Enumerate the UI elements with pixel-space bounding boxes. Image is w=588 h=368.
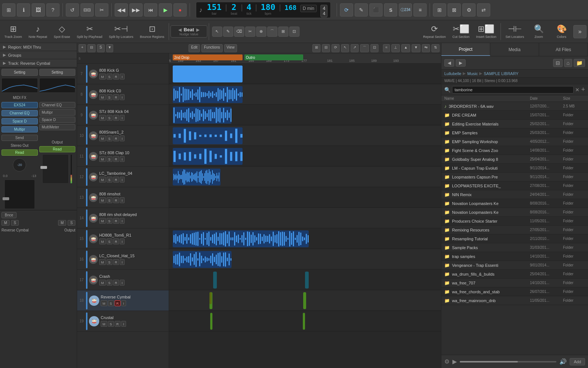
key-display[interactable]: D min [300,5,317,12]
note-repeat-tool[interactable]: ♪ Note Repeat [26,23,50,40]
glue-tool[interactable]: ⊕ [256,26,266,37]
file-row-dre_cream[interactable]: 📁DRE CREAM15/07/201...Folder [441,111,588,120]
track-row-9[interactable]: 9 🥁 STz 808 Kick 04 M S R I [77,105,169,125]
track-16-r-btn[interactable]: R [113,259,119,265]
track-17-r-btn[interactable]: R [113,280,119,286]
eraser-tool[interactable]: ⌫ [234,26,244,37]
track-14-r-btn[interactable]: R [113,218,119,224]
track-11-r-btn[interactable]: R [113,156,119,162]
vel-icon[interactable]: ⊥ [391,44,400,52]
track-row-14[interactable]: 14 🥁 808 rim shot delayed M S R I [77,208,169,229]
track-14-s-btn[interactable]: S [107,218,112,224]
link-icon[interactable]: ⊞ [312,44,320,52]
right-fader[interactable] [42,154,69,184]
track-header[interactable]: ▶ Track: Reverse Cymbal [0,59,77,67]
track-19-s-btn[interactable]: S [108,321,114,327]
track-9-m-btn[interactable]: M [99,115,106,121]
bnce-button[interactable]: Bnce [1,212,17,218]
list-button[interactable]: ≡ [413,3,427,17]
track-row-15[interactable]: 15 🥁 HD808_Tom6_R1 M S R I [77,229,169,249]
track-9-i-btn[interactable]: I [120,115,125,121]
play-button[interactable]: ▶ [159,3,172,17]
num-button[interactable]: ⓘ234 [399,3,412,17]
up-arrow[interactable]: ▲ [401,44,410,52]
file-row-emp_samples[interactable]: 📁EMP Samples25/03/201...Folder [441,128,588,137]
track-18-i-btn[interactable]: I [121,300,126,306]
track-9-r-btn[interactable]: R [113,115,119,121]
back-to-start-button[interactable]: ⏮ [144,3,157,17]
bottom-m-button[interactable]: M [1,220,10,226]
tab-media[interactable]: Media [490,43,539,56]
right-setting-button[interactable]: Setting [39,69,76,76]
zoom-tool[interactable]: 🔍 Zoom [528,23,550,40]
nav-back-button[interactable]: ◀ [444,59,454,67]
track-18-r-btn[interactable]: R [115,300,121,306]
expand-icon[interactable]: ⇆ [422,44,430,52]
track-17-s-btn[interactable]: S [107,280,112,286]
track-7-i-btn[interactable]: I [120,74,125,79]
file-browser[interactable]: ♪3RDORDRSTR - 6A.wav12/07/200...2.5 MB📁D… [441,102,588,355]
track-10-s-btn[interactable]: S [107,135,112,141]
help-button[interactable]: ? [46,3,60,17]
left-setting-button[interactable]: Setting [1,69,38,76]
multipr-btn[interactable]: Multipr [39,109,76,116]
file-row-novation_loopmasters[interactable]: 📁Novation Loopmasters Ke8/08/2016...Fold… [441,208,588,217]
scissors-button[interactable]: ✂ [95,3,108,17]
track-11-m-btn[interactable]: M [99,156,106,162]
track-10-i-btn[interactable]: I [120,135,125,141]
track-11-s-btn[interactable]: S [107,156,112,162]
volume-slider[interactable] [460,361,556,362]
space-d-button[interactable]: Space D [1,118,38,124]
volume-knob[interactable]: -20 [13,158,26,171]
track-10-r-btn[interactable]: R [113,135,119,141]
region-outro[interactable]: Outro [244,54,303,60]
exs24-button[interactable]: EXS24 [1,102,38,108]
bottom-s-button-2[interactable]: S [68,220,75,226]
h-expand-icon[interactable]: ⇅ [431,44,440,52]
read-button-left[interactable]: Read [1,149,38,156]
pointer2-icon[interactable]: ↗ [351,44,359,52]
copy-icon[interactable]: ⊟ [322,44,330,52]
cut-section-tool[interactable]: ✂⬜ Cut Section [449,23,473,40]
track-8-r-btn[interactable]: R [113,94,119,100]
file-row-wa_drum_fills_&_buil[interactable]: 📁wa_drum_fills_&_builds25/04/201...Folde… [441,270,588,279]
record-button[interactable]: ● [173,3,187,17]
sync-button[interactable]: ⟳ [340,3,353,17]
gain-icon[interactable]: ≈ [383,44,390,52]
undo-button[interactable]: ↺ [66,3,79,17]
info-button[interactable]: ℹ [17,3,30,17]
col-date-header[interactable]: Date [530,96,563,100]
functions-menu-button[interactable]: Functions [201,44,222,52]
bottom-settings-icon[interactable]: ⚙ [444,358,449,365]
bounce-regions-tool[interactable]: ⊡ Bounce Regions [137,23,167,40]
tab-all-files[interactable]: All Files [539,43,588,56]
file-row-producers_choice_sta[interactable]: 📁Producers Choice Starter11/05/201...Fol… [441,217,588,226]
repeat-section-tool[interactable]: ⟳ Repeat Section [420,23,449,40]
spot-erase-tool[interactable]: ◇ Spot Erase [51,23,73,40]
track-row-16[interactable]: 16 🥁 LC_Closed_Hat_15 M S R I [77,249,169,270]
track-18-m-btn[interactable]: M [101,300,107,306]
track-dropdown-button[interactable]: ▼ [106,44,114,52]
file-row-remixing_resources[interactable]: 📁Remixing Resources27/05/201...Folder [441,226,588,234]
track-zoom-tool[interactable]: ⊞ Track Zoom [1,23,25,40]
track-15-m-btn[interactable]: M [99,238,106,244]
fade2-icon[interactable]: ⌒ [360,44,369,52]
track-13-m-btn[interactable]: M [99,197,106,203]
clock-button[interactable]: ⊠ [448,3,461,17]
region-header[interactable]: ▶ Region: MIDI Thru [0,43,77,51]
track-16-s-btn[interactable]: S [107,259,112,265]
nudge-right-arrow[interactable]: ▶ [196,27,200,32]
track-12-r-btn[interactable]: R [113,177,119,183]
nav-list-view-button[interactable]: ⊟ [553,59,563,67]
loop-icon[interactable]: ⟳ [331,44,340,52]
track-7-m-btn[interactable]: M [99,74,106,79]
pointer-tool[interactable]: ↖ [212,26,222,37]
more-tools-button[interactable]: » [573,25,587,38]
file-row-vengeance_-_trap_ess[interactable]: 📁Vengeance - Trap Essenti9/01/2014...Fol… [441,261,588,270]
add-track-button[interactable]: + [79,44,86,52]
scissors-tool[interactable]: ✂ [245,26,255,37]
track-row-11[interactable]: 11 🥁 STz 808 Clap 10 M S R I [77,146,169,167]
track-17-i-btn[interactable]: I [120,280,125,286]
nav-home-button[interactable]: ⌂ [564,59,572,67]
file-row-nin_remix[interactable]: 📁NIN Remix24/04/201...Folder [441,190,588,199]
